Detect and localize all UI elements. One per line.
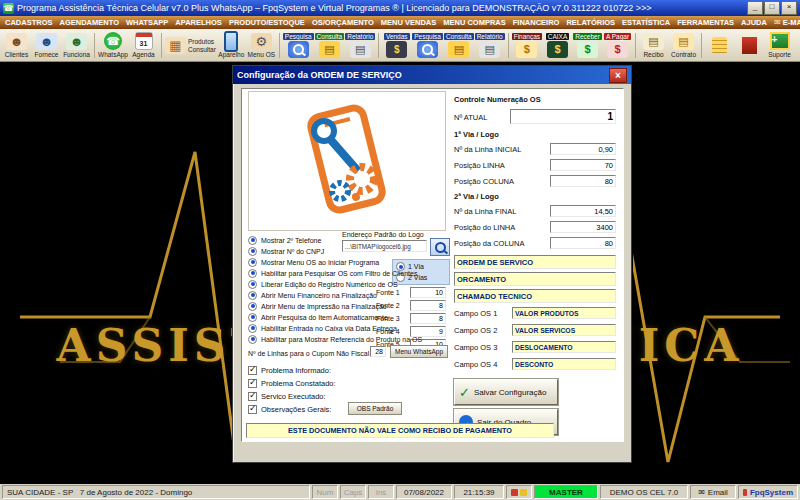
obs-padrao-button[interactable]: OBS Padrão (348, 402, 402, 415)
toolbar-vendas-relatorio[interactable]: Relatório ▤ (475, 30, 505, 61)
toolbar-caixa[interactable]: CAIXA $ (543, 30, 572, 61)
menu-whatsapp[interactable]: WHATSAPP (126, 18, 168, 27)
menu-cadastros[interactable]: CADASTROS (5, 18, 53, 27)
status-brand: FpqSystem (738, 485, 798, 499)
toolbar-os-relatorio[interactable]: Relatório ▤ (345, 30, 375, 61)
logo-path-field[interactable]: ...\BITMAP\logocel6.jpg (342, 240, 427, 252)
linha-final-field[interactable]: 14,50 (550, 205, 616, 217)
browse-logo-button[interactable] (430, 238, 450, 256)
toolbar-badge: A Pagar (604, 33, 631, 40)
os-option-row[interactable]: Abrir Menu Financeiro na Finalização (248, 290, 377, 300)
option-label: Abrir Menu Financeiro na Finalização (261, 292, 377, 299)
toolbar-label: Suporte (768, 51, 791, 58)
linha-inicial-field[interactable]: 0,90 (550, 143, 616, 155)
checkbox-icon (248, 392, 257, 401)
minimize-button[interactable]: _ (747, 1, 763, 15)
radio-icon (248, 236, 257, 245)
menu-financeiro[interactable]: FINANCEIRO (513, 18, 560, 27)
toolbar-agenda[interactable]: 31 Agenda (129, 30, 158, 61)
menu-agendamento[interactable]: AGENDAMENTO (60, 18, 119, 27)
menu-whatsapp-button[interactable]: Menu WhatsApp (390, 345, 448, 358)
campo-os-4-field[interactable]: DESCONTO (512, 358, 616, 370)
os-option-row[interactable]: Mostrar 2º Telefone (248, 235, 321, 245)
menu-ajuda[interactable]: AJUDA (741, 18, 767, 27)
check-row[interactable]: Observações Gerais: (248, 404, 331, 414)
toolbar-vendas-consulta[interactable]: Consulta ▤ (444, 30, 474, 61)
menu-relatorios[interactable]: RELATÓRIOS (566, 18, 615, 27)
toolbar-receber[interactable]: Receber $ (573, 30, 602, 61)
toolbar-badge: Pesquisa (283, 33, 314, 40)
os-option-row[interactable]: Habilitar para Pesquisar OS com Filtro d… (248, 268, 417, 278)
toolbar-menu-os[interactable]: ⚙ Menu OS (247, 30, 276, 61)
dialog-close-button[interactable]: × (609, 68, 627, 83)
fonte-1-field[interactable]: 10 (410, 287, 446, 298)
toolbar-vendas-pesquisa[interactable]: Pesquisa (412, 30, 443, 61)
toolbar-os-consulta[interactable]: Consulta ▤ (315, 30, 345, 61)
calendar-icon: 31 (135, 32, 153, 50)
save-config-button[interactable]: ✓ Salvar Configuração (454, 379, 558, 405)
fonte-3-field[interactable]: 8 (410, 313, 446, 324)
os-option-row[interactable]: Liberar Edição do Registro Numérico de O… (248, 279, 398, 289)
toolbar-contrato[interactable]: ▤ Contrato (669, 30, 698, 61)
close-button[interactable]: × (781, 1, 797, 15)
os-option-row[interactable]: Habilitar Entrada no Caixa via Data Entr… (248, 323, 397, 333)
posicao-coluna2-field[interactable]: 80 (550, 237, 616, 249)
check-row[interactable]: Servico Executado: (248, 391, 326, 401)
toolbar-coins-stack[interactable] (705, 30, 734, 61)
menu-vendas[interactable]: MENU VENDAS (381, 18, 436, 27)
toolbar-os-pesquisa[interactable]: Pesquisa (283, 30, 314, 61)
os-option-row[interactable]: Abrir Pesquisa do Item Automaticamente (248, 312, 388, 322)
campo-os-1-field[interactable]: VALOR PRODUTOS (512, 307, 616, 319)
menu-aparelhos[interactable]: APARELHOS (175, 18, 222, 27)
posicao-linha2-field[interactable]: 3400 (550, 221, 616, 233)
toolbar-badge: Consulta (315, 33, 345, 40)
toolbar-label: Agenda (132, 51, 154, 58)
check-row[interactable]: Problema Constatado: (248, 378, 336, 388)
posicao-linha-field[interactable]: 70 (550, 159, 616, 171)
toolbar-whatsapp[interactable]: ☎ WhatsApp (98, 30, 128, 61)
menu-email[interactable]: ✉ E-MAIL (774, 18, 800, 27)
status-user-badge: MASTER (534, 485, 598, 499)
toolbar-separator (279, 33, 280, 58)
campo-os-3-field[interactable]: DESLOCAMENTO (512, 341, 616, 353)
numero-atual-field[interactable]: 1 (510, 109, 616, 124)
status-brand-label: FpqSystem (750, 488, 793, 497)
toolbar-manual-book[interactable] (735, 30, 764, 61)
toolbar-financas[interactable]: Finanças $ (512, 30, 542, 61)
os-option-row[interactable]: Mostrar Menu OS ao Iniciar Programa (248, 257, 379, 267)
cupom-linhas-field[interactable]: 28 (370, 346, 386, 357)
menu-estatistica[interactable]: ESTATÍSTICA (622, 18, 670, 27)
toolbar-vendas[interactable]: Vendas $ (382, 30, 411, 61)
campo-os-4-label: Campo OS 4 (454, 360, 497, 369)
campo-os-2-field[interactable]: VALOR SERVICOS (512, 324, 616, 336)
fonte-2-field[interactable]: 8 (410, 300, 446, 311)
clients-icon: ☻ (6, 33, 27, 50)
status-email[interactable]: ✉ Email (690, 485, 736, 499)
doc-title-os-field[interactable]: ORDEM DE SERVICO (454, 255, 616, 269)
toolbar-aparelho[interactable]: Aparelho (217, 30, 246, 61)
toolbar-funcionario[interactable]: ☻ Funciona (62, 30, 91, 61)
check-label: Servico Executado: (261, 392, 326, 401)
status-date: 07/08/2022 (396, 485, 452, 499)
menu-produto-estoque[interactable]: PRODUTO/ESTOQUE (229, 18, 305, 27)
radio-icon (248, 335, 257, 344)
toolbar-produtos-consultar[interactable]: ▦ Produtos Consultar (165, 30, 216, 61)
toolbar-fornecedor[interactable]: ☻ Fornece (32, 30, 61, 61)
toolbar-suporte[interactable]: + Suporte (765, 30, 794, 61)
toolbar-clientes[interactable]: ☻ Clientes (2, 30, 31, 61)
os-option-row[interactable]: Habilitar para Mostrar Referencia do Pro… (248, 334, 422, 344)
os-option-row[interactable]: Abrir Menu de Impressão na Finalização (248, 301, 387, 311)
toolbar-label: Menu OS (248, 51, 275, 58)
toolbar-a-pagar[interactable]: A Pagar $ (603, 30, 632, 61)
os-option-row[interactable]: Mostrar Nº do CNPJ (248, 246, 324, 256)
check-row[interactable]: Problema Informado: (248, 365, 331, 375)
doc-title-chamado-field[interactable]: CHAMADO TECNICO (454, 289, 616, 303)
menu-compras[interactable]: MENU COMPRAS (443, 18, 506, 27)
toolbar-recibo[interactable]: ▤ Recibo (639, 30, 668, 61)
doc-title-orcamento-field[interactable]: ORCAMENTO (454, 272, 616, 286)
menu-ferramentas[interactable]: FERRAMENTAS (677, 18, 734, 27)
menu-os-orcamento[interactable]: OS/ORÇAMENTO (312, 18, 374, 27)
posicao-coluna-label: Posição COLUNA (454, 177, 514, 186)
maximize-button[interactable]: □ (764, 1, 780, 15)
posicao-coluna-field[interactable]: 80 (550, 175, 616, 187)
